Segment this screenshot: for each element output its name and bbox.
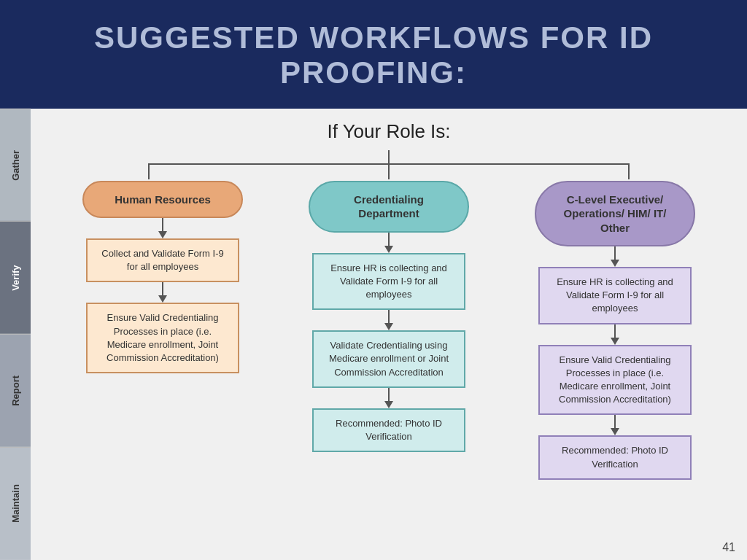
role-oval-cred: Credentialing Department	[309, 181, 469, 233]
arrow-cred-1	[384, 233, 393, 253]
label-report: Report	[0, 334, 31, 447]
role-title: If Your Role Is:	[327, 120, 450, 143]
branch-drop-left	[148, 163, 150, 179]
process-box-exec-3: Recommended: Photo ID Verification	[538, 435, 692, 479]
process-box-cred-2: Validate Credentialing using Medicare en…	[312, 330, 465, 388]
arrow-cred-3	[384, 388, 393, 408]
top-connector-line	[388, 150, 390, 163]
label-maintain: Maintain	[0, 447, 31, 560]
columns-wrapper: Human Resources Collect and Validate For…	[45, 181, 732, 480]
process-box-exec-1: Ensure HR is collecting and Validate For…	[538, 267, 692, 324]
arrow-exec-2	[611, 324, 619, 345]
branch-drop-mid	[388, 163, 390, 179]
process-box-exec-2: Ensure Valid Credentialing Processes in …	[538, 345, 692, 416]
process-box-cred-3: Recommended: Photo ID Verification	[312, 408, 465, 452]
branch-line	[148, 163, 630, 165]
role-oval-hr: Human Resources	[82, 181, 243, 219]
col-hr: Human Resources Collect and Validate For…	[64, 181, 261, 480]
arrow-cred-2	[384, 310, 393, 330]
branch-drop-right	[628, 163, 630, 179]
col-exec: C-Level Executive/ Operations/ HIM/ IT/ …	[516, 181, 713, 480]
arrow-exec-1	[611, 246, 619, 267]
arrow-hr-1	[158, 218, 167, 238]
col-cred: Credentialing Department Ensure HR is co…	[290, 181, 487, 480]
arrow-hr-2	[158, 282, 167, 303]
header-title: SUGGESTED WORKFLOWS FOR ID PROOFING:	[94, 20, 653, 90]
main-content: If Your Role Is: Human Resources	[31, 109, 747, 560]
role-oval-exec: C-Level Executive/ Operations/ HIM/ IT/ …	[535, 181, 695, 247]
page-number: 41	[722, 541, 735, 554]
arrow-exec-3	[611, 415, 619, 435]
slide-header: SUGGESTED WORKFLOWS FOR ID PROOFING:	[0, 0, 747, 109]
slide: SUGGESTED WORKFLOWS FOR ID PROOFING: Gat…	[0, 0, 747, 560]
label-verify: Verify	[0, 221, 31, 334]
process-box-cred-1: Ensure HR is collecting and Validate For…	[312, 253, 465, 311]
label-gather: Gather	[0, 109, 31, 222]
content-area: Gather Verify Report Maintain If Your Ro…	[0, 109, 747, 560]
side-labels: Gather Verify Report Maintain	[0, 109, 31, 560]
process-box-hr-1: Collect and Validate Form I-9 for all em…	[86, 238, 239, 282]
process-box-hr-2: Ensure Valid Credentialing Processes in …	[86, 303, 239, 373]
